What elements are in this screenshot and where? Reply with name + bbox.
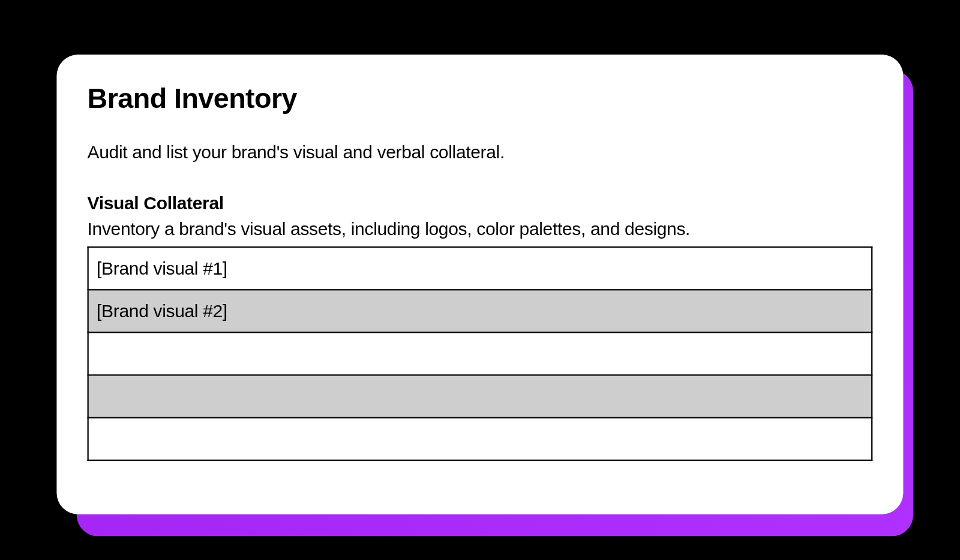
table-cell[interactable]: [Brand visual #1]	[88, 247, 872, 290]
brand-inventory-card: Brand Inventory Audit and list your bran…	[56, 55, 903, 514]
table-row[interactable]	[88, 332, 872, 375]
table-row[interactable]	[88, 375, 872, 417]
section-title: Visual Collateral	[88, 193, 873, 213]
table-row[interactable]	[88, 418, 872, 460]
visual-collateral-table: [Brand visual #1] [Brand visual #2]	[88, 246, 873, 461]
table-cell[interactable]	[88, 418, 872, 460]
table-row[interactable]: [Brand visual #2]	[88, 290, 872, 332]
page-title: Brand Inventory	[88, 83, 873, 115]
table-cell[interactable]: [Brand visual #2]	[88, 290, 872, 332]
table-cell[interactable]	[88, 332, 872, 375]
table-row[interactable]: [Brand visual #1]	[88, 247, 872, 290]
page-description: Audit and list your brand's visual and v…	[88, 143, 873, 163]
table-cell[interactable]	[88, 375, 872, 417]
section-description: Inventory a brand's visual assets, inclu…	[88, 219, 873, 240]
